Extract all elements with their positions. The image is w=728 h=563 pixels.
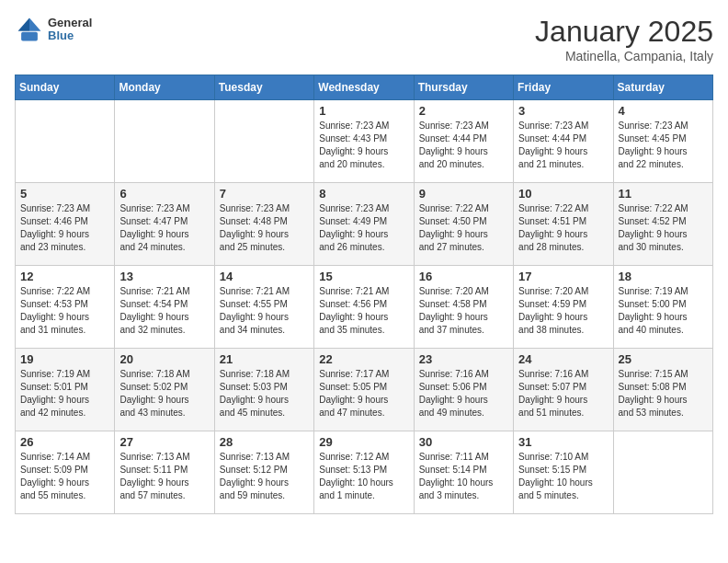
day-info: Sunrise: 7:23 AM Sunset: 4:43 PM Dayligh… — [319, 120, 408, 171]
column-header-wednesday: Wednesday — [314, 75, 414, 100]
day-info: Sunrise: 7:23 AM Sunset: 4:44 PM Dayligh… — [419, 120, 508, 171]
day-info: Sunrise: 7:13 AM Sunset: 5:11 PM Dayligh… — [119, 451, 209, 502]
day-number: 30 — [419, 435, 508, 449]
column-header-tuesday: Tuesday — [214, 75, 313, 100]
calendar-cell: 3Sunrise: 7:23 AM Sunset: 4:44 PM Daylig… — [514, 100, 613, 183]
day-number: 25 — [619, 352, 708, 366]
calendar-cell: 27Sunrise: 7:13 AM Sunset: 5:11 PM Dayli… — [115, 431, 214, 514]
calendar-cell: 30Sunrise: 7:11 AM Sunset: 5:14 PM Dayli… — [414, 431, 513, 514]
day-number: 26 — [20, 435, 109, 449]
day-number: 9 — [419, 187, 508, 201]
calendar-header-row: SundayMondayTuesdayWednesdayThursdayFrid… — [16, 75, 713, 100]
calendar-cell: 11Sunrise: 7:22 AM Sunset: 4:52 PM Dayli… — [613, 183, 712, 266]
day-info: Sunrise: 7:23 AM Sunset: 4:44 PM Dayligh… — [518, 120, 608, 171]
day-info: Sunrise: 7:23 AM Sunset: 4:49 PM Dayligh… — [319, 202, 408, 254]
day-number: 23 — [419, 352, 508, 366]
calendar-cell: 22Sunrise: 7:17 AM Sunset: 5:05 PM Dayli… — [314, 349, 414, 431]
calendar-cell — [16, 100, 115, 183]
column-header-monday: Monday — [115, 75, 214, 100]
day-info: Sunrise: 7:19 AM Sunset: 5:00 PM Dayligh… — [619, 285, 708, 337]
column-header-friday: Friday — [514, 75, 613, 100]
calendar-cell — [115, 100, 214, 183]
day-info: Sunrise: 7:19 AM Sunset: 5:01 PM Dayligh… — [20, 368, 109, 419]
day-number: 31 — [518, 435, 608, 449]
day-info: Sunrise: 7:16 AM Sunset: 5:07 PM Dayligh… — [518, 368, 608, 419]
day-info: Sunrise: 7:21 AM Sunset: 4:56 PM Dayligh… — [319, 285, 408, 337]
day-number: 1 — [319, 104, 408, 118]
day-number: 8 — [319, 187, 408, 201]
calendar-cell: 25Sunrise: 7:15 AM Sunset: 5:08 PM Dayli… — [613, 349, 712, 431]
calendar-week-1: 1Sunrise: 7:23 AM Sunset: 4:43 PM Daylig… — [16, 100, 713, 183]
day-number: 3 — [518, 104, 608, 118]
calendar-cell: 13Sunrise: 7:21 AM Sunset: 4:54 PM Dayli… — [115, 266, 214, 349]
column-header-sunday: Sunday — [16, 75, 115, 100]
day-number: 20 — [119, 352, 209, 366]
calendar-cell: 29Sunrise: 7:12 AM Sunset: 5:13 PM Dayli… — [314, 431, 414, 514]
day-info: Sunrise: 7:18 AM Sunset: 5:02 PM Dayligh… — [119, 368, 209, 419]
day-info: Sunrise: 7:21 AM Sunset: 4:54 PM Dayligh… — [119, 285, 209, 337]
day-info: Sunrise: 7:12 AM Sunset: 5:13 PM Dayligh… — [319, 451, 408, 502]
calendar-cell: 17Sunrise: 7:20 AM Sunset: 4:59 PM Dayli… — [514, 266, 613, 349]
calendar-week-4: 19Sunrise: 7:19 AM Sunset: 5:01 PM Dayli… — [16, 349, 713, 431]
day-number: 19 — [20, 352, 109, 366]
day-number: 18 — [619, 270, 708, 283]
calendar-cell: 15Sunrise: 7:21 AM Sunset: 4:56 PM Dayli… — [314, 266, 414, 349]
day-number: 17 — [518, 270, 608, 283]
calendar-cell: 16Sunrise: 7:20 AM Sunset: 4:58 PM Dayli… — [414, 266, 513, 349]
calendar-cell: 28Sunrise: 7:13 AM Sunset: 5:12 PM Dayli… — [214, 431, 313, 514]
day-info: Sunrise: 7:23 AM Sunset: 4:45 PM Dayligh… — [619, 120, 708, 171]
day-number: 5 — [20, 187, 109, 201]
calendar-cell — [613, 431, 712, 514]
logo-text: General Blue — [48, 17, 92, 43]
day-info: Sunrise: 7:10 AM Sunset: 5:15 PM Dayligh… — [518, 451, 608, 502]
day-info: Sunrise: 7:20 AM Sunset: 4:59 PM Dayligh… — [518, 285, 608, 337]
calendar-cell: 2Sunrise: 7:23 AM Sunset: 4:44 PM Daylig… — [414, 100, 513, 183]
svg-marker-1 — [18, 18, 29, 31]
day-number: 24 — [518, 352, 608, 366]
location-subtitle: Matinella, Campania, Italy — [535, 49, 713, 63]
day-number: 22 — [319, 352, 408, 366]
calendar-cell: 14Sunrise: 7:21 AM Sunset: 4:55 PM Dayli… — [214, 266, 313, 349]
calendar-cell: 12Sunrise: 7:22 AM Sunset: 4:53 PM Dayli… — [16, 266, 115, 349]
column-header-thursday: Thursday — [414, 75, 513, 100]
calendar-cell: 8Sunrise: 7:23 AM Sunset: 4:49 PM Daylig… — [314, 183, 414, 266]
logo: General Blue — [15, 15, 92, 44]
day-info: Sunrise: 7:14 AM Sunset: 5:09 PM Dayligh… — [20, 451, 109, 502]
day-number: 29 — [319, 435, 408, 449]
day-info: Sunrise: 7:22 AM Sunset: 4:52 PM Dayligh… — [619, 202, 708, 254]
calendar-week-3: 12Sunrise: 7:22 AM Sunset: 4:53 PM Dayli… — [16, 266, 713, 349]
day-info: Sunrise: 7:11 AM Sunset: 5:14 PM Dayligh… — [419, 451, 508, 502]
month-title: January 2025 — [535, 15, 713, 49]
svg-rect-2 — [21, 32, 38, 41]
day-info: Sunrise: 7:21 AM Sunset: 4:55 PM Dayligh… — [220, 285, 309, 337]
calendar-table: SundayMondayTuesdayWednesdayThursdayFrid… — [15, 75, 713, 514]
calendar-cell: 9Sunrise: 7:22 AM Sunset: 4:50 PM Daylig… — [414, 183, 513, 266]
calendar-week-5: 26Sunrise: 7:14 AM Sunset: 5:09 PM Dayli… — [16, 431, 713, 514]
day-number: 12 — [20, 270, 109, 283]
calendar-cell: 20Sunrise: 7:18 AM Sunset: 5:02 PM Dayli… — [115, 349, 214, 431]
day-info: Sunrise: 7:13 AM Sunset: 5:12 PM Dayligh… — [220, 451, 309, 502]
day-info: Sunrise: 7:15 AM Sunset: 5:08 PM Dayligh… — [619, 368, 708, 419]
day-info: Sunrise: 7:22 AM Sunset: 4:50 PM Dayligh… — [419, 202, 508, 254]
column-header-saturday: Saturday — [613, 75, 712, 100]
calendar-cell: 19Sunrise: 7:19 AM Sunset: 5:01 PM Dayli… — [16, 349, 115, 431]
day-number: 16 — [419, 270, 508, 283]
day-info: Sunrise: 7:23 AM Sunset: 4:48 PM Dayligh… — [220, 202, 309, 254]
day-info: Sunrise: 7:16 AM Sunset: 5:06 PM Dayligh… — [419, 368, 508, 419]
day-number: 21 — [220, 352, 309, 366]
calendar-cell: 21Sunrise: 7:18 AM Sunset: 5:03 PM Dayli… — [214, 349, 313, 431]
calendar-cell: 5Sunrise: 7:23 AM Sunset: 4:46 PM Daylig… — [16, 183, 115, 266]
day-number: 11 — [619, 187, 708, 201]
day-number: 27 — [119, 435, 209, 449]
calendar-cell: 10Sunrise: 7:22 AM Sunset: 4:51 PM Dayli… — [514, 183, 613, 266]
day-number: 13 — [119, 270, 209, 283]
day-number: 10 — [518, 187, 608, 201]
calendar-cell: 23Sunrise: 7:16 AM Sunset: 5:06 PM Dayli… — [414, 349, 513, 431]
day-number: 7 — [220, 187, 309, 201]
day-info: Sunrise: 7:23 AM Sunset: 4:46 PM Dayligh… — [20, 202, 109, 254]
title-block: January 2025 Matinella, Campania, Italy — [535, 15, 713, 63]
calendar-cell: 24Sunrise: 7:16 AM Sunset: 5:07 PM Dayli… — [514, 349, 613, 431]
calendar-cell: 18Sunrise: 7:19 AM Sunset: 5:00 PM Dayli… — [613, 266, 712, 349]
svg-marker-0 — [29, 18, 40, 31]
calendar-cell: 31Sunrise: 7:10 AM Sunset: 5:15 PM Dayli… — [514, 431, 613, 514]
